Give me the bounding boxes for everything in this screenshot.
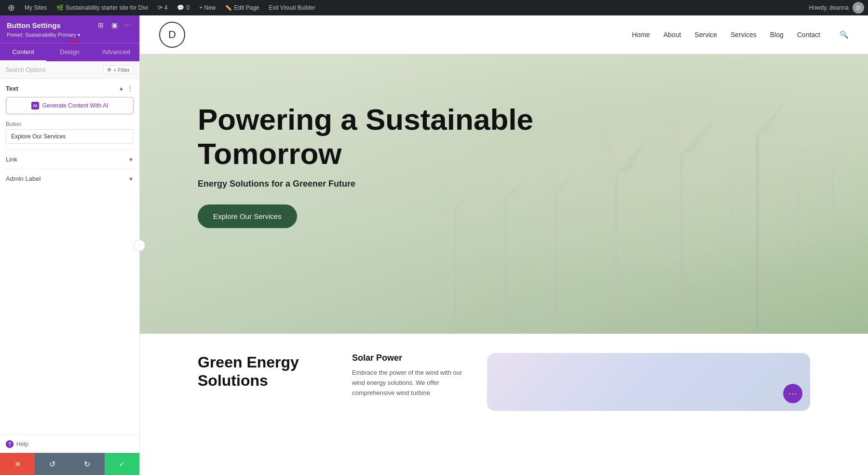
- solar-power-column: Solar Power Embrace the power of the win…: [352, 353, 468, 411]
- help-label: Help: [16, 441, 28, 448]
- link-section-title: Link: [6, 156, 17, 163]
- site-name-label: Sustainability starter site for Divi: [66, 4, 148, 11]
- nav-service[interactable]: Service: [694, 31, 717, 39]
- more-options-icon[interactable]: ⋯: [123, 20, 133, 30]
- cancel-button[interactable]: ✕: [0, 453, 35, 475]
- button-field-label: Button: [6, 121, 134, 127]
- below-hero-section: Green Energy Solutions Solar Power Embra…: [140, 334, 868, 430]
- hero-section: Powering a Sustainable Tomorrow Energy S…: [140, 54, 868, 334]
- generate-ai-button[interactable]: AI Generate Content With AI: [6, 97, 134, 114]
- admin-label-section-title: Admin Label: [6, 175, 41, 182]
- exit-builder-label: Exit Visual Builder: [269, 4, 316, 11]
- panel-header-icons: ⊞ ▣ ⋯: [96, 20, 133, 30]
- ai-icon: AI: [31, 102, 39, 109]
- save-button[interactable]: ✓: [105, 453, 139, 475]
- help-icon: ?: [6, 440, 14, 448]
- save-icon: ✓: [119, 460, 125, 469]
- text-section-header: Text ▲ ⋮: [6, 84, 134, 92]
- filter-label: + Filter: [113, 67, 130, 73]
- button-field-group: Button: [6, 121, 134, 149]
- hero-content: Powering a Sustainable Tomorrow Energy S…: [140, 54, 868, 334]
- undo-button[interactable]: ↺: [35, 453, 69, 475]
- tab-content[interactable]: Content: [0, 43, 46, 61]
- nav-blog[interactable]: Blog: [770, 31, 784, 39]
- site-name[interactable]: 🌿 Sustainability starter site for Divi: [53, 0, 152, 15]
- panel-header: Button Settings ⊞ ▣ ⋯ Preset: Sustainabi…: [0, 15, 139, 43]
- tab-design[interactable]: Design: [46, 43, 93, 61]
- redo-button[interactable]: ↻: [70, 453, 105, 475]
- new-content[interactable]: + New: [195, 0, 219, 15]
- green-energy-column: Green Energy Solutions: [198, 353, 333, 411]
- admin-label-collapse-icon[interactable]: ▼: [128, 176, 134, 182]
- solar-power-title: Solar Power: [352, 353, 468, 363]
- site-nav-links: Home About Service Services Blog Contact…: [632, 30, 849, 39]
- link-section: Link ▼: [6, 149, 134, 169]
- page-content: Powering a Sustainable Tomorrow Energy S…: [140, 54, 868, 475]
- panel-preset[interactable]: Preset: Sustainability Primary ▾: [7, 32, 133, 38]
- comments[interactable]: 💬 0: [173, 0, 193, 15]
- panel-help[interactable]: ? Help: [0, 435, 139, 453]
- text-options-icon[interactable]: ⋮: [127, 84, 134, 92]
- nav-home[interactable]: Home: [632, 31, 650, 39]
- nav-about[interactable]: About: [664, 31, 681, 39]
- text-section-title: Text: [6, 85, 18, 92]
- undo-icon: ↺: [49, 460, 55, 469]
- panel-bottom-toolbar: ✕ ↺ ↻ ✓: [0, 453, 139, 475]
- link-collapse-icon[interactable]: ▼: [128, 157, 134, 163]
- howdy-label: Howdy, deanna: [809, 4, 849, 11]
- link-section-header[interactable]: Link ▼: [6, 156, 134, 163]
- solar-power-text: Embrace the power of the wind with our w…: [352, 368, 468, 398]
- notifications-count: 4: [164, 4, 168, 11]
- admin-label-section-header[interactable]: Admin Label ▼: [6, 175, 134, 182]
- toggle-icon[interactable]: ▣: [109, 20, 119, 30]
- text-collapse-icon[interactable]: ▲: [119, 85, 124, 91]
- tab-advanced[interactable]: Advanced: [93, 43, 139, 61]
- new-label: + New: [199, 4, 216, 11]
- hero-title: Powering a Sustainable Tomorrow: [198, 102, 583, 171]
- section-toggle: ▲ ⋮: [119, 84, 134, 92]
- green-energy-title: Green Energy Solutions: [198, 353, 333, 390]
- more-icon: ⋯: [788, 388, 797, 399]
- site-nav: D Home About Service Services Blog Conta…: [140, 15, 868, 54]
- nav-contact[interactable]: Contact: [797, 31, 820, 39]
- logo-letter: D: [168, 28, 176, 41]
- panel-title: Button Settings: [7, 21, 61, 29]
- admin-label-section: Admin Label ▼: [6, 169, 134, 188]
- panel-content: Text ▲ ⋮ AI Generate Content With AI But…: [0, 79, 139, 435]
- panel-header-top: Button Settings ⊞ ▣ ⋯: [7, 20, 133, 30]
- admin-bar-right: Howdy, deanna D: [809, 2, 865, 14]
- nav-search-icon[interactable]: 🔍: [840, 30, 849, 39]
- edit-page[interactable]: ✏️ Edit Page: [221, 0, 263, 15]
- wp-admin-bar: ⊕ My Sites 🌿 Sustainability starter site…: [0, 0, 868, 15]
- responsive-icon[interactable]: ⊞: [96, 20, 106, 30]
- site-logo[interactable]: D: [159, 22, 185, 48]
- search-placeholder: Search Options: [6, 67, 46, 73]
- panel-search-bar: Search Options ⊕ + Filter: [0, 61, 139, 79]
- button-text-input[interactable]: [6, 129, 134, 144]
- panel-handle[interactable]: ◦: [134, 240, 145, 251]
- main-layout: ← Button Settings ⊞ ▣ ⋯ Preset: Sustaina…: [0, 15, 868, 475]
- comments-count: 0: [186, 4, 190, 11]
- more-options-button[interactable]: ⋯: [783, 384, 802, 403]
- filter-icon: ⊕: [107, 67, 111, 73]
- hero-cta-button[interactable]: Explore Our Services: [198, 204, 297, 228]
- exit-visual-builder[interactable]: Exit Visual Builder: [265, 0, 320, 15]
- generate-ai-label: Generate Content With AI: [42, 102, 108, 109]
- left-panel: ← Button Settings ⊞ ▣ ⋯ Preset: Sustaina…: [0, 15, 140, 475]
- cancel-icon: ✕: [14, 460, 21, 469]
- redo-icon: ↻: [84, 460, 90, 469]
- filter-button[interactable]: ⊕ + Filter: [103, 65, 134, 74]
- right-content: D Home About Service Services Blog Conta…: [140, 15, 868, 475]
- panel-tabs: Content Design Advanced: [0, 43, 139, 61]
- wp-logo[interactable]: ⊕: [4, 0, 19, 15]
- nav-services[interactable]: Services: [731, 31, 757, 39]
- preset-label: Preset: Sustainability Primary ▾: [7, 32, 81, 38]
- my-sites-menu[interactable]: My Sites: [21, 0, 51, 15]
- hero-cta-label: Explore Our Services: [213, 212, 282, 220]
- notifications[interactable]: ⟳ 4: [154, 0, 172, 15]
- hero-subtitle: Energy Solutions for a Greener Future: [198, 179, 810, 189]
- card-column: ⋯: [487, 353, 810, 411]
- edit-page-label: Edit Page: [234, 4, 259, 11]
- my-sites-label: My Sites: [25, 4, 47, 11]
